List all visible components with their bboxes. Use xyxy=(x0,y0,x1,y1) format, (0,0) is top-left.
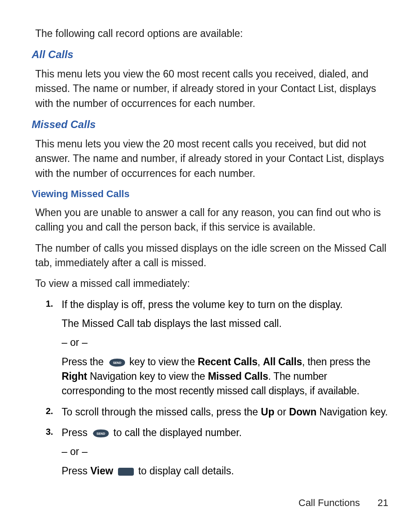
step-3-end1: to call the displayed number. xyxy=(114,427,242,438)
step-2-bold1: Up xyxy=(261,406,275,418)
svg-rect-2 xyxy=(118,468,134,476)
svg-text:SEND: SEND xyxy=(113,361,121,364)
send-key-icon: SEND xyxy=(91,428,110,439)
step-3-end2: to display call details. xyxy=(138,465,234,477)
step-2-line: To scroll through the missed calls, pres… xyxy=(62,405,388,419)
step-2-end: Navigation key. xyxy=(317,406,388,418)
step-1-nav-pre: Navigation key to view the xyxy=(87,371,208,382)
viewing-missed-p1: When you are unable to answer a call for… xyxy=(35,205,388,235)
send-key-icon: SEND xyxy=(107,357,126,368)
heading-missed-calls: Missed Calls xyxy=(32,117,388,132)
step-number: 3. xyxy=(46,426,53,438)
step-1-bold2: All Calls xyxy=(263,356,302,367)
step-3: 3. Press SEND to call the displayed numb… xyxy=(46,426,388,478)
step-2-mid: or xyxy=(274,406,289,418)
step-3-or: – or – xyxy=(62,444,388,459)
missed-calls-body: This menu lets you view the 20 most rece… xyxy=(35,137,388,181)
step-3-pre2: Press xyxy=(62,465,90,477)
step-1-comma: , xyxy=(258,356,263,367)
step-3-bold: View xyxy=(90,465,113,477)
step-1-or: – or – xyxy=(62,335,388,350)
step-number: 1. xyxy=(46,297,53,310)
step-2-pre: To scroll through the missed calls, pres… xyxy=(62,406,261,418)
step-2-bold2: Down xyxy=(289,406,317,418)
step-1-bold4: Missed Calls xyxy=(208,371,268,382)
page-footer: Call Functions 21 xyxy=(32,496,388,510)
step-2: 2. To scroll through the missed calls, p… xyxy=(46,405,388,419)
footer-section: Call Functions xyxy=(298,497,360,508)
step-number: 2. xyxy=(46,405,53,418)
intro-text: The following call record options are av… xyxy=(35,26,388,41)
step-1-bold3: Right xyxy=(62,371,87,382)
step-1: 1. If the display is off, press the volu… xyxy=(46,297,388,399)
step-1-pre: Press the xyxy=(62,356,107,367)
svg-text:SEND: SEND xyxy=(96,432,105,435)
step-3-line2: Press View to display call details. xyxy=(62,464,388,478)
footer-page-number: 21 xyxy=(378,497,388,508)
step-3-line1: Press SEND to call the displayed number. xyxy=(62,426,388,440)
step-1-mid1: key to view the xyxy=(129,356,198,367)
all-calls-body: This menu lets you view the 60 most rece… xyxy=(35,67,388,111)
heading-all-calls: All Calls xyxy=(32,47,388,62)
step-3-pre1: Press xyxy=(62,427,90,438)
heading-viewing-missed: Viewing Missed Calls xyxy=(32,187,388,201)
step-1-mid2: , then press the xyxy=(302,356,370,367)
viewing-missed-p2: The number of calls you missed displays … xyxy=(35,241,388,271)
step-1-line1: If the display is off, press the volume … xyxy=(62,297,388,312)
step-1-line3: Press the SEND key to view the Recent Ca… xyxy=(62,355,388,399)
viewing-missed-p3: To view a missed call immediately: xyxy=(35,276,388,291)
step-1-bold1: Recent Calls xyxy=(198,356,258,367)
step-1-line2: The Missed Call tab displays the last mi… xyxy=(62,316,388,331)
softkey-icon xyxy=(117,467,135,477)
